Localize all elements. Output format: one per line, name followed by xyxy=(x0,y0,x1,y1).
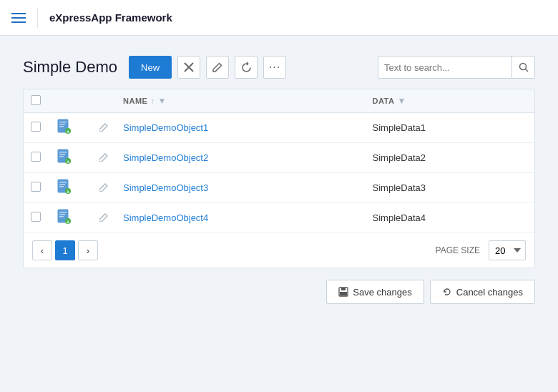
page-title: Simple Demo xyxy=(23,58,117,77)
row-edit-icon[interactable] xyxy=(99,152,109,164)
row-icon-cell: + xyxy=(49,203,92,233)
col-header-name: NAME ↑ ▼ xyxy=(116,89,366,113)
row-icon: + xyxy=(57,149,72,165)
row-checkbox[interactable] xyxy=(31,122,41,132)
row-name-cell: SimpleDemoObject1 xyxy=(116,113,366,143)
row-edit-cell xyxy=(92,203,116,233)
col-header-edit xyxy=(92,89,116,113)
select-all-checkbox[interactable] xyxy=(31,95,41,105)
name-sort-icon[interactable]: ↑ xyxy=(150,97,155,105)
col-header-data: DATA ▼ xyxy=(366,89,534,113)
row-data-cell: SimpleData4 xyxy=(366,203,534,233)
row-icon-cell: + xyxy=(49,173,92,203)
row-name-cell: SimpleDemoObject4 xyxy=(116,203,366,233)
row-name-link[interactable]: SimpleDemoObject3 xyxy=(123,182,208,193)
row-checkbox[interactable] xyxy=(31,212,41,222)
table-row: + SimpleDemoObject2 SimpleData2 xyxy=(24,143,534,173)
svg-rect-18 xyxy=(59,184,65,185)
svg-rect-5 xyxy=(59,122,67,123)
svg-rect-11 xyxy=(59,152,67,153)
new-button[interactable]: New xyxy=(129,56,172,79)
row-data-cell: SimpleData2 xyxy=(366,143,534,173)
save-icon xyxy=(338,287,348,297)
data-table: NAME ↑ ▼ DATA ▼ xyxy=(23,89,535,268)
action-row: Save changes Cancel changes xyxy=(23,268,535,304)
svg-rect-7 xyxy=(59,126,64,127)
refresh-button[interactable] xyxy=(235,56,258,79)
svg-rect-19 xyxy=(59,186,64,187)
refresh-icon xyxy=(241,62,252,73)
search-input[interactable] xyxy=(378,62,512,73)
row-icon: + xyxy=(57,209,72,225)
data-filter-icon[interactable]: ▼ xyxy=(397,96,406,106)
table-row: + SimpleDemoObject4 SimpleData4 xyxy=(24,203,534,233)
table-row: + SimpleDemoObject1 SimpleData1 xyxy=(24,113,534,143)
toolbar: Simple Demo New ··· xyxy=(23,56,535,79)
row-data-cell: SimpleData3 xyxy=(366,173,534,203)
document-icon: + xyxy=(57,209,72,225)
svg-text:+: + xyxy=(67,159,70,165)
save-changes-button[interactable]: Save changes xyxy=(326,280,424,304)
row-name-link[interactable]: SimpleDemoObject1 xyxy=(123,122,208,133)
row-edit-cell xyxy=(92,143,116,173)
ellipsis-icon: ··· xyxy=(269,61,280,74)
svg-rect-24 xyxy=(59,214,65,215)
row-edit-icon[interactable] xyxy=(99,182,109,194)
row-edit-icon[interactable] xyxy=(99,212,109,224)
col-header-actions xyxy=(49,89,92,113)
row-checkbox-cell xyxy=(24,143,49,173)
svg-text:+: + xyxy=(67,189,70,195)
row-checkbox[interactable] xyxy=(31,152,41,162)
search-box xyxy=(378,56,535,79)
svg-rect-12 xyxy=(59,154,65,155)
page-1-button[interactable]: 1 xyxy=(55,240,75,260)
document-icon: + xyxy=(57,119,72,134)
document-icon: + xyxy=(57,179,72,195)
cancel-changes-button[interactable]: Cancel changes xyxy=(430,280,535,304)
svg-rect-23 xyxy=(59,212,67,213)
row-edit-icon[interactable] xyxy=(99,122,109,134)
row-edit-cell xyxy=(92,113,116,143)
next-page-button[interactable]: › xyxy=(78,240,98,260)
edit-button[interactable] xyxy=(206,56,229,79)
navbar: eXpressApp Framework xyxy=(0,0,558,36)
svg-point-2 xyxy=(519,64,526,70)
row-icon-cell: + xyxy=(49,143,92,173)
svg-line-3 xyxy=(525,69,528,72)
row-icon: + xyxy=(57,179,72,195)
row-icon-cell: + xyxy=(49,113,92,143)
row-name-link[interactable]: SimpleDemoObject2 xyxy=(123,152,208,163)
svg-text:+: + xyxy=(67,219,70,225)
svg-rect-6 xyxy=(59,124,65,125)
table-row: + SimpleDemoObject3 SimpleData3 xyxy=(24,173,534,203)
page-size-label: PAGE SIZE xyxy=(436,245,480,255)
navbar-divider xyxy=(37,8,38,28)
svg-rect-25 xyxy=(59,216,64,217)
pencil-icon xyxy=(212,62,222,72)
svg-rect-17 xyxy=(59,182,67,183)
search-button[interactable] xyxy=(512,57,534,78)
svg-rect-30 xyxy=(340,292,347,295)
row-name-link[interactable]: SimpleDemoObject4 xyxy=(123,212,208,223)
row-data-cell: SimpleData1 xyxy=(366,113,534,143)
delete-icon xyxy=(184,62,194,72)
document-icon: + xyxy=(57,149,72,165)
row-checkbox-cell xyxy=(24,203,49,233)
pagination-row: ‹ 1 › PAGE SIZE 10 20 50 100 xyxy=(24,232,534,268)
prev-page-button[interactable]: ‹ xyxy=(32,240,52,260)
svg-text:+: + xyxy=(67,129,70,134)
row-name-cell: SimpleDemoObject2 xyxy=(116,143,366,173)
row-checkbox-cell xyxy=(24,113,49,143)
page-size-select[interactable]: 10 20 50 100 xyxy=(489,240,526,260)
row-checkbox[interactable] xyxy=(31,182,41,192)
name-filter-icon[interactable]: ▼ xyxy=(157,96,166,106)
row-checkbox-cell xyxy=(24,173,49,203)
svg-rect-29 xyxy=(341,288,346,290)
search-icon xyxy=(519,62,529,72)
undo-icon xyxy=(442,287,452,297)
delete-button[interactable] xyxy=(177,56,200,79)
more-button[interactable]: ··· xyxy=(263,56,286,79)
app-title: eXpressApp Framework xyxy=(49,11,172,24)
svg-rect-13 xyxy=(59,156,64,157)
hamburger-menu[interactable] xyxy=(11,13,26,23)
